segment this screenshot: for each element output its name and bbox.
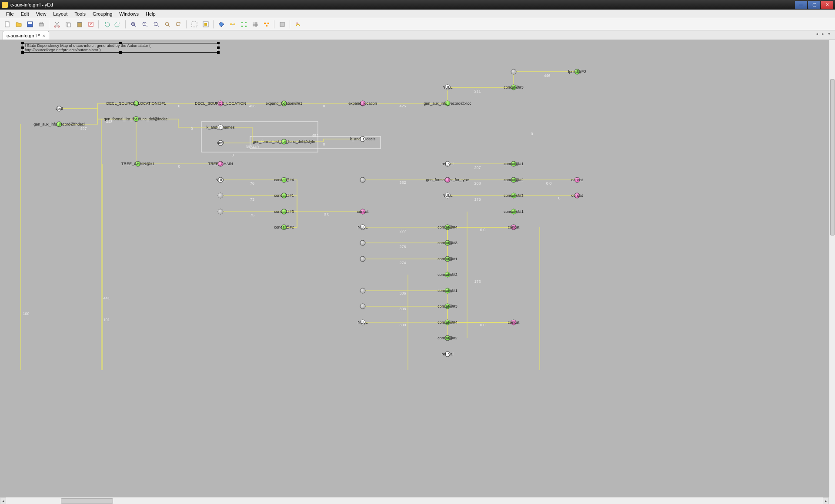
delete-button[interactable] (86, 20, 96, 29)
layout-hierarchical-button[interactable] (217, 20, 226, 29)
selection-handle[interactable] (217, 51, 220, 54)
layout-orthogonal-button[interactable] (239, 20, 249, 29)
menu-tools[interactable]: Tools (71, 11, 89, 17)
graph-node[interactable] (360, 288, 366, 294)
graph-node[interactable] (281, 225, 287, 230)
open-file-button[interactable] (14, 20, 23, 29)
graph-node[interactable] (511, 161, 517, 167)
new-file-button[interactable] (3, 20, 12, 29)
graph-node[interactable] (445, 335, 451, 341)
graph-node[interactable] (511, 225, 517, 230)
graph-canvas[interactable]: ! State Dependency Map of c-aux-info.c ,… (0, 40, 835, 497)
selection-handle[interactable] (119, 51, 122, 54)
hscroll-right-arrow[interactable]: ▸ (823, 497, 829, 504)
graph-node[interactable] (445, 161, 451, 167)
zoom-out-button[interactable] (140, 20, 150, 29)
selection-handle[interactable] (217, 42, 220, 44)
menu-help[interactable]: Help (142, 11, 159, 17)
layout-tree-button[interactable] (262, 20, 271, 29)
close-tab-icon[interactable]: × (42, 33, 45, 38)
graph-node[interactable] (445, 272, 451, 278)
horizontal-scrollbar[interactable]: ◂ ▸ (0, 497, 829, 504)
graph-node[interactable] (218, 101, 224, 106)
graph-node[interactable] (281, 139, 287, 145)
tab-list-icon[interactable]: ▾ (828, 31, 832, 36)
graph-node[interactable] (218, 161, 224, 167)
menu-view[interactable]: View (33, 11, 50, 17)
vertical-scrollbar[interactable] (829, 40, 835, 497)
layout-organic-button[interactable] (228, 20, 237, 29)
graph-node[interactable] (57, 106, 62, 112)
graph-node[interactable] (218, 125, 224, 130)
zoom-selection-button[interactable] (174, 20, 184, 29)
menu-file[interactable]: File (3, 11, 17, 17)
selection-handle[interactable] (21, 46, 24, 49)
paste-button[interactable] (75, 20, 84, 29)
graph-node[interactable] (445, 101, 451, 106)
graph-node[interactable] (574, 193, 580, 199)
graph-node[interactable] (134, 116, 139, 122)
graph-node[interactable] (218, 177, 224, 183)
menu-edit[interactable]: Edit (17, 11, 33, 17)
print-button[interactable] (37, 20, 46, 29)
graph-node[interactable] (360, 256, 366, 262)
graph-node[interactable] (445, 320, 451, 325)
tab-prev-icon[interactable]: ◂ (816, 31, 820, 36)
graph-node[interactable] (360, 320, 366, 325)
graph-node[interactable] (445, 351, 451, 357)
close-button[interactable]: ✕ (821, 1, 833, 9)
graph-node[interactable] (360, 177, 366, 183)
graph-node[interactable] (281, 209, 287, 215)
copy-button[interactable] (63, 20, 73, 29)
menu-layout[interactable]: Layout (50, 11, 71, 17)
maximize-button[interactable]: ▢ (808, 1, 820, 9)
redo-button[interactable] (113, 20, 123, 29)
document-tab[interactable]: c-aux-info.gml * × (3, 31, 49, 40)
graph-node[interactable] (445, 85, 451, 90)
graph-node[interactable] (360, 209, 366, 215)
group-button[interactable] (277, 20, 287, 29)
graph-node[interactable] (281, 101, 287, 106)
hscroll-left-arrow[interactable]: ◂ (0, 497, 6, 504)
graph-node[interactable] (281, 177, 287, 183)
selection-handle[interactable] (217, 46, 220, 49)
graph-node[interactable] (360, 101, 366, 106)
hscroll-thumb[interactable] (61, 498, 113, 504)
tab-next-icon[interactable]: ▸ (822, 31, 826, 36)
graph-node[interactable] (445, 288, 451, 294)
save-button[interactable] (25, 20, 35, 29)
graph-node[interactable] (445, 240, 451, 246)
zoom-reset-button[interactable]: 1 (151, 20, 161, 29)
zoom-in-button[interactable] (129, 20, 138, 29)
graph-node[interactable] (360, 240, 366, 246)
graph-node[interactable] (445, 225, 451, 230)
graph-node[interactable] (511, 69, 517, 75)
settings-button[interactable] (293, 20, 303, 29)
graph-node[interactable] (57, 122, 62, 127)
graph-node[interactable] (511, 193, 517, 199)
graph-node[interactable] (360, 225, 366, 230)
graph-node[interactable] (445, 177, 451, 183)
zoom-fit-button[interactable] (163, 20, 172, 29)
graph-node[interactable] (511, 209, 517, 215)
graph-node[interactable] (360, 136, 366, 142)
graph-node[interactable] (511, 320, 517, 325)
graph-node[interactable] (218, 140, 224, 146)
graph-node[interactable] (445, 256, 451, 262)
graph-node[interactable] (445, 193, 451, 199)
graph-node[interactable] (135, 161, 141, 167)
graph-node[interactable] (218, 193, 224, 199)
selection-handle[interactable] (21, 51, 24, 54)
selection-handle[interactable] (21, 42, 24, 44)
selection-handle[interactable] (119, 42, 122, 44)
undo-button[interactable] (102, 20, 111, 29)
graph-node[interactable] (574, 69, 580, 75)
fit-content-button[interactable] (190, 20, 199, 29)
menu-windows[interactable]: Windows (116, 11, 142, 17)
graph-node[interactable] (511, 85, 517, 90)
cut-button[interactable] (52, 20, 62, 29)
graph-node[interactable] (574, 177, 580, 183)
minimize-button[interactable]: — (795, 1, 807, 9)
vscroll-thumb[interactable] (830, 79, 835, 235)
graph-node[interactable] (134, 101, 139, 106)
